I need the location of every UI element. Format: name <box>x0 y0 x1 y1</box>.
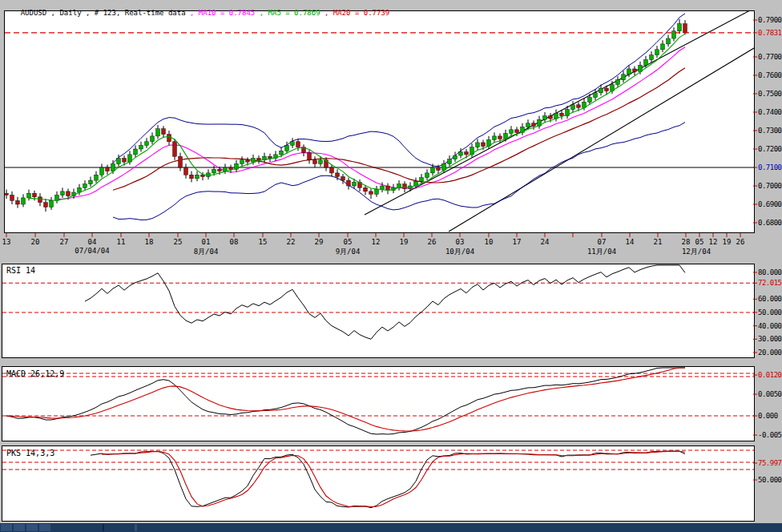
date-axis-day-label: 29 <box>315 238 324 246</box>
scrollbar-segment <box>14 524 25 531</box>
stochastic-panel-title: PKS 14,3,3 <box>6 449 54 457</box>
date-axis-day-label: 17 <box>513 238 522 246</box>
rsi-axis-label: 20.000 <box>758 349 782 357</box>
price-axis-label: 0.7200 <box>758 145 782 153</box>
macd-axis-label: 0.000 <box>758 412 778 420</box>
date-axis-month-label: 10月/04 <box>445 247 474 257</box>
date-axis-month-label: 8月/04 <box>194 247 219 257</box>
macd-panel-title: MACD 26,12,9 <box>6 369 64 378</box>
date-axis-month-label: 11月/04 <box>587 247 616 257</box>
date-axis-day-label: 20 <box>31 238 40 246</box>
date-axis-day-label: 28 <box>682 238 691 246</box>
date-axis-month-label: 07/04/04 <box>75 247 109 255</box>
price-axis-label: 0.7000 <box>758 182 782 190</box>
price-axis-label: 0.6900 <box>758 200 782 208</box>
price-axis-label: 0.7900 <box>758 16 782 24</box>
price-axis-label: 0.7400 <box>758 108 782 116</box>
chart-header: AUDUSD , Daily , # 123, Real-time data ,… <box>3 1 389 25</box>
date-axis-day-label: 12 <box>372 238 381 246</box>
rsi-axis-label: 50.000 <box>758 308 782 316</box>
date-axis-day-label: 21 <box>654 238 663 246</box>
date-axis-day-label: 19 <box>723 238 732 246</box>
date-axis-day-label: 01 <box>202 238 211 246</box>
date-axis-day-label: 22 <box>287 238 296 246</box>
date-axis-day-label: 14 <box>626 238 635 246</box>
date-axis-day-label: 12 <box>709 238 718 246</box>
rsi-axis-label: 30.000 <box>758 335 782 343</box>
price-axis-label: 0.6800 <box>758 219 782 227</box>
macd-axis-label: 0.0120 <box>758 371 782 379</box>
price-axis-label: 0.7700 <box>758 53 782 61</box>
date-axis-day-label: 11 <box>117 238 126 246</box>
stochastic-axis-label: 75.997 <box>758 459 782 467</box>
scrollbar-segment <box>1 524 12 531</box>
date-axis-day-label: 04 <box>88 238 97 246</box>
date-axis-day-label: 25 <box>174 238 183 246</box>
ma10-value-label: , MA10 = 0.7845 <box>186 9 256 17</box>
price-axis-label: 0.7500 <box>758 90 782 98</box>
date-axis-day-label: 10 <box>485 238 494 246</box>
scrollbar-segment <box>26 524 38 531</box>
horizontal-scrollbar[interactable] <box>0 523 782 532</box>
date-axis-day-label: 19 <box>400 238 409 246</box>
stochastic-indicator-panel[interactable] <box>2 445 755 522</box>
macd-indicator-panel[interactable] <box>2 366 755 441</box>
date-axis-day-label: 27 <box>60 238 69 246</box>
main-price-chart-panel[interactable] <box>4 10 755 233</box>
date-axis-month-label: 12月/04 <box>682 247 711 257</box>
rsi-panel-title: RSI 14 <box>6 266 35 275</box>
date-axis-day-label: 18 <box>145 238 154 246</box>
date-axis-day-label: 26 <box>428 238 437 246</box>
date-axis-day-label: 05 <box>344 238 353 246</box>
rsi-axis-label: 60.000 <box>758 295 782 303</box>
date-axis-day-label: 24 <box>541 238 550 246</box>
ma20-value-label: , MA20 = 0.7739 <box>320 9 390 17</box>
rsi-axis-label: 40.000 <box>758 322 782 330</box>
scrollbar-divider <box>103 524 104 531</box>
date-axis-day-label: 13 <box>2 238 11 246</box>
price-axis-label: 0.7831 <box>758 29 782 37</box>
ma5-value-label: , MA5 = 0.7869 <box>255 9 320 17</box>
date-axis-day-label: 05 <box>695 238 704 246</box>
macd-axis-label: -0.005 <box>758 431 782 439</box>
macd-axis-label: 0.0050 <box>758 390 782 398</box>
chart-window: AUDUSD , Daily , # 123, Real-time data ,… <box>0 0 782 532</box>
date-axis-day-label: 15 <box>259 238 268 246</box>
date-axis-day-label: 26 <box>736 238 745 246</box>
rsi-axis-label: 72.015 <box>758 279 782 287</box>
rsi-axis-label: 80.000 <box>758 268 782 276</box>
scrollbar-segment <box>135 524 137 531</box>
price-axis-label: 0.7600 <box>758 71 782 79</box>
rsi-indicator-panel[interactable] <box>2 264 755 358</box>
stochastic-axis-label: 50.000 <box>758 476 782 484</box>
price-axis-label: 0.7300 <box>758 127 782 135</box>
date-axis-day-label: 08 <box>230 238 239 246</box>
scrollbar-segment <box>39 524 50 531</box>
date-axis-day-label: 03 <box>456 238 465 246</box>
symbol-info-label: AUDUSD , Daily , # 123, Real-time data <box>21 9 186 17</box>
date-axis-month-label: 9月/04 <box>336 247 361 257</box>
price-axis-label: 0.7100 <box>758 163 782 171</box>
date-axis-day-label: 07 <box>598 238 607 246</box>
